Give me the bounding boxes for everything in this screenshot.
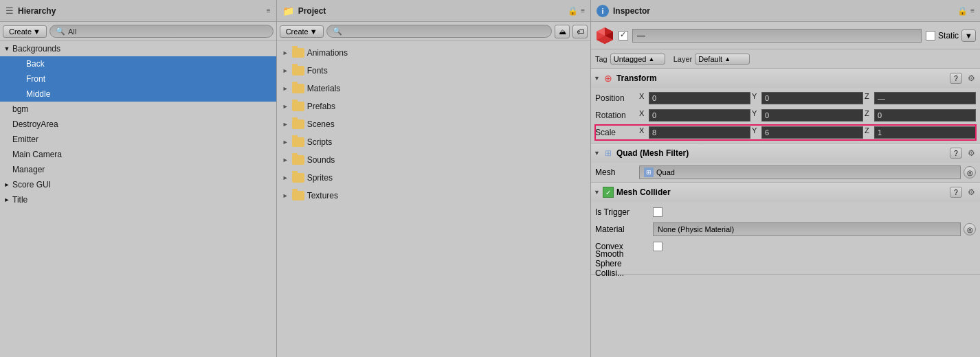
transform-icon: ⊕ <box>603 73 614 84</box>
tree-label-middle: Middle <box>26 87 50 101</box>
static-row: Static ▼ <box>926 30 976 42</box>
tree-item-back[interactable]: Back <box>0 56 276 71</box>
hierarchy-menu-icon[interactable]: ☰ <box>5 5 14 16</box>
folder-icon-animations <box>292 48 304 58</box>
transform-section: ▼ ⊕ Transform ? ⚙ Position X Y Z <box>591 69 980 143</box>
scale-z-label: Z <box>865 126 873 139</box>
scale-x-label: X <box>639 126 647 139</box>
mesh-collider-collapse-arrow: ▼ <box>594 189 600 196</box>
project-panel: 📁 Project 🔒 ≡ Create ▼ 🔍 ⛰ 🏷 Animations … <box>277 0 591 357</box>
tree-arrow-scoregui <box>3 181 11 189</box>
mesh-filter-collapse-arrow: ▼ <box>594 150 600 157</box>
rot-x-field[interactable] <box>649 109 750 122</box>
tree-item-manager[interactable]: Manager <box>0 162 276 177</box>
transform-help-button[interactable]: ? <box>950 73 962 84</box>
inspector-options-icon[interactable]: ≡ <box>970 7 975 14</box>
mesh-collider-gear-button[interactable]: ⚙ <box>965 187 977 198</box>
project-folder-materials[interactable]: Materials <box>277 80 590 97</box>
project-folder-sounds[interactable]: Sounds <box>277 151 590 169</box>
project-toolbar: Create ▼ 🔍 ⛰ 🏷 <box>277 22 590 41</box>
project-folder-textures[interactable]: Textures <box>277 187 590 205</box>
mesh-filter-help-button[interactable]: ? <box>950 148 962 159</box>
static-label: Static <box>938 31 959 41</box>
hierarchy-options-icon[interactable]: ≡ <box>267 7 271 14</box>
folder-icon-scenes <box>292 119 304 129</box>
mesh-collider-help-button[interactable]: ? <box>950 187 962 198</box>
object-name-field[interactable] <box>632 29 922 43</box>
project-folder-prefabs[interactable]: Prefabs <box>277 97 590 115</box>
pos-z-label: Z <box>865 92 873 104</box>
object-active-checkbox[interactable] <box>619 31 628 41</box>
rot-z-label: Z <box>865 109 873 122</box>
folder-label-scenes: Scenes <box>307 119 335 129</box>
project-folder-animations[interactable]: Animations <box>277 44 590 62</box>
rot-z-field[interactable] <box>874 109 976 122</box>
static-checkbox[interactable] <box>926 31 935 41</box>
project-list: Animations Fonts Materials Prefabs Scene… <box>277 41 590 357</box>
static-dropdown-button[interactable]: ▼ <box>961 30 976 42</box>
folder-arrow-materials <box>282 85 289 92</box>
hierarchy-create-button[interactable]: Create ▼ <box>3 25 47 38</box>
tree-arrow-backgrounds <box>3 45 11 53</box>
tree-item-title[interactable]: Title <box>0 192 276 207</box>
tree-item-emitter[interactable]: Emitter <box>0 132 276 147</box>
pos-y-field[interactable] <box>761 92 863 104</box>
mesh-filter-gear-button[interactable]: ⚙ <box>965 148 977 159</box>
pos-y-label: Y <box>752 92 760 104</box>
folder-icon-textures <box>292 191 304 200</box>
scale-z-field[interactable] <box>874 126 976 139</box>
lock-icon[interactable]: 🔒 <box>568 6 578 16</box>
material-select-button[interactable]: ◎ <box>964 223 976 235</box>
scale-y-field[interactable] <box>761 126 863 139</box>
project-icon-btn-2[interactable]: 🏷 <box>572 25 588 38</box>
hierarchy-search-input[interactable] <box>68 27 267 36</box>
tree-item-bgm[interactable]: bgm <box>0 102 276 117</box>
object-header: Static ▼ <box>591 22 980 49</box>
mesh-collider-header[interactable]: ▼ ✓ Mesh Collider ? ⚙ <box>591 183 980 202</box>
project-folder-scenes[interactable]: Scenes <box>277 115 590 133</box>
folder-icon-scripts <box>292 137 304 147</box>
mesh-label: Mesh <box>595 168 636 177</box>
layer-dropdown[interactable]: Default ▲ <box>695 54 750 65</box>
layer-value: Default <box>698 55 722 63</box>
project-folder-sprites[interactable]: Sprites <box>277 169 590 187</box>
mesh-collider-active-icon[interactable]: ✓ <box>603 187 614 198</box>
scale-x-field[interactable] <box>649 126 750 139</box>
hierarchy-header: ☰ Hierarchy ≡ <box>0 0 276 22</box>
folder-label-animations: Animations <box>307 48 348 58</box>
pos-x-field[interactable] <box>649 92 750 104</box>
project-folder-fonts[interactable]: Fonts <box>277 62 590 80</box>
mesh-filter-header[interactable]: ▼ ⊞ Quad (Mesh Filter) ? ⚙ <box>591 143 980 163</box>
tree-item-front[interactable]: Front <box>0 71 276 87</box>
material-row: Material None (Physic Material) ◎ <box>595 222 976 237</box>
convex-checkbox[interactable] <box>653 242 662 251</box>
inspector-lock-icon[interactable]: 🔒 <box>957 6 968 16</box>
tree-label-destroyarea: DestroyArea <box>12 117 58 131</box>
project-create-button[interactable]: Create ▼ <box>280 25 324 38</box>
project-icon-btn-1[interactable]: ⛰ <box>555 25 570 38</box>
inspector-header: i Inspector 🔒 ≡ <box>591 0 980 22</box>
tree-item-destroyarea[interactable]: DestroyArea <box>0 117 276 132</box>
tree-item-backgrounds[interactable]: Backgrounds <box>0 41 276 56</box>
folder-icon-sounds <box>292 155 304 165</box>
tree-item-maincamera[interactable]: Main Camera <box>0 147 276 162</box>
search-icon: 🔍 <box>56 27 65 36</box>
pos-z-field[interactable] <box>874 92 976 104</box>
mesh-collider-title: Mesh Collider <box>616 187 947 197</box>
folder-icon-prefabs <box>292 102 304 111</box>
project-options-icon[interactable]: ≡ <box>581 7 585 14</box>
folder-arrow-sounds <box>282 157 289 163</box>
is-trigger-checkbox[interactable] <box>653 207 662 217</box>
hierarchy-search-box[interactable]: 🔍 <box>49 25 274 38</box>
mesh-filter-icon: ⊞ <box>603 148 614 159</box>
rot-y-field[interactable] <box>761 109 863 122</box>
mesh-filter-section: ▼ ⊞ Quad (Mesh Filter) ? ⚙ Mesh ⊞ Quad ◎ <box>591 143 980 183</box>
project-search-box[interactable]: 🔍 <box>326 25 552 38</box>
project-folder-scripts[interactable]: Scripts <box>277 133 590 151</box>
tree-item-middle[interactable]: Middle <box>0 87 276 102</box>
tree-item-scoregui[interactable]: Score GUI <box>0 177 276 192</box>
transform-header[interactable]: ▼ ⊕ Transform ? ⚙ <box>591 69 980 88</box>
tag-dropdown[interactable]: Untagged ▲ <box>610 54 665 65</box>
transform-gear-button[interactable]: ⚙ <box>965 73 977 84</box>
mesh-select-button[interactable]: ◎ <box>964 166 976 178</box>
